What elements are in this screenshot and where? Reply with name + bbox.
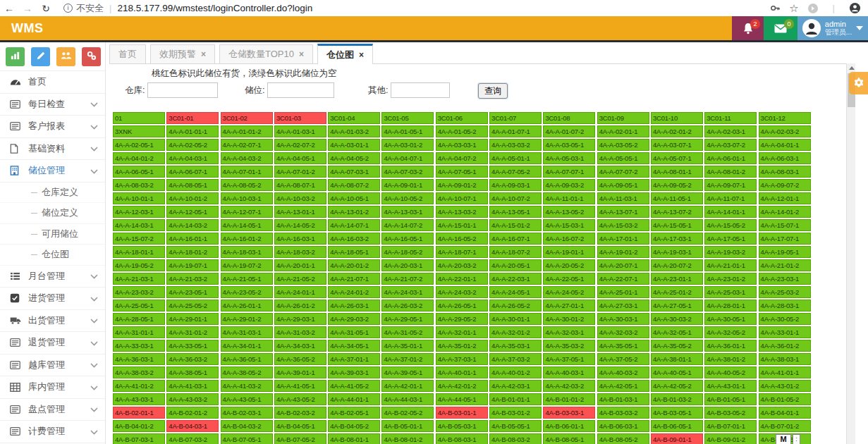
back-icon[interactable]: ← (0, 3, 18, 14)
storage-cell[interactable]: 4A-A-36-01-1 (704, 340, 757, 352)
storage-cell[interactable]: 4A-A-21-01-1 (704, 259, 757, 271)
storage-cell[interactable]: 4A-A-09-01-2 (436, 179, 488, 191)
storage-cell[interactable]: 4A-A-05-03-1 (543, 152, 595, 164)
storage-cell[interactable]: 4A-A-03-07-1 (651, 139, 703, 151)
storage-cell[interactable]: 4A-A-08-03-2 (113, 179, 165, 191)
ime-dots[interactable]: : (793, 434, 800, 444)
tab-close-icon[interactable]: × (299, 49, 304, 59)
ime-mode-label[interactable]: M (776, 434, 791, 444)
storage-cell[interactable]: 4A-A-11-05-1 (651, 192, 703, 204)
storage-cell[interactable]: 4A-A-25-03-2 (759, 286, 811, 298)
storage-cell[interactable]: 4A-A-09-03-1 (489, 179, 542, 191)
storage-cell[interactable]: 4A-A-21-03-1 (113, 273, 165, 285)
other-input[interactable] (391, 82, 450, 98)
storage-cell[interactable]: 4A-B-06-01-1 (543, 420, 595, 432)
storage-cell[interactable]: 4A-A-14-05-1 (221, 219, 273, 231)
storage-cell[interactable]: 4A-A-21-03-2 (166, 273, 219, 285)
storage-cell[interactable]: 4A-A-19-05-1 (759, 246, 811, 258)
storage-cell[interactable]: 4A-A-11-07-1 (704, 192, 757, 204)
storage-cell[interactable]: 4A-A-27-03-1 (597, 300, 649, 312)
storage-cell[interactable]: 4A-A-08-05-1 (166, 179, 219, 191)
storage-cell[interactable]: 4A-A-37-05-1 (543, 353, 595, 365)
storage-cell[interactable]: 4A-A-39-05-1 (381, 366, 434, 378)
storage-cell[interactable]: 4A-A-09-05-1 (597, 179, 649, 191)
users-button[interactable] (56, 47, 75, 66)
storage-cell[interactable]: 3C01-02 (221, 112, 273, 124)
storage-cell[interactable]: 4A-A-37-05-2 (597, 353, 649, 365)
storage-cell[interactable]: 4A-A-18-01-1 (113, 246, 165, 258)
storage-cell[interactable]: 4A-A-06-07-1 (166, 166, 219, 178)
storage-cell[interactable]: 4A-A-35-01-2 (436, 340, 488, 352)
storage-cell[interactable]: 4A-A-08-01-1 (651, 166, 703, 178)
storage-cell[interactable]: 4A-A-01-03-2 (328, 125, 380, 137)
sidebar-item-退货管理[interactable]: 退货管理 (0, 332, 105, 354)
storage-cell[interactable]: 4A-A-16-07-2 (543, 233, 595, 245)
storage-cell[interactable]: 4A-A-22-05-1 (543, 273, 595, 285)
storage-cell[interactable]: 4A-A-01-03-1 (274, 125, 326, 137)
storage-cell[interactable]: 4A-A-41-03-2 (221, 380, 273, 392)
storage-cell[interactable]: 4A-A-26-05-2 (489, 300, 542, 312)
storage-cell[interactable]: 4A-A-09-07-2 (759, 179, 811, 191)
storage-cell[interactable]: 4A-B-03-01-1 (436, 407, 488, 419)
storage-cell[interactable]: 4A-B-07-03-1 (113, 433, 165, 444)
tab-仓储数量TOP10[interactable]: 仓储数量TOP10× (219, 44, 313, 63)
storage-cell[interactable]: 4A-A-17-07-1 (759, 233, 811, 245)
storage-cell[interactable]: 4A-B-03-05-1 (651, 407, 703, 419)
storage-cell[interactable]: 4A-A-15-01-1 (436, 219, 488, 231)
storage-cell[interactable]: 4A-A-29-03-1 (274, 313, 326, 325)
storage-cell[interactable]: 4A-A-14-01-2 (759, 206, 811, 218)
tab-效期预警[interactable]: 效期预警× (150, 44, 215, 63)
storage-cell[interactable]: 4A-A-31-03-2 (274, 326, 326, 338)
storage-cell[interactable]: 4A-A-24-01-1 (274, 286, 326, 298)
settings-fab[interactable] (849, 72, 868, 94)
storage-cell[interactable]: 4A-A-41-01-1 (759, 366, 811, 378)
storage-cell[interactable]: 4A-A-23-05-2 (221, 286, 273, 298)
storage-cell[interactable]: 4A-A-31-01-1 (113, 326, 165, 338)
storage-cell[interactable]: 4A-B-02-03-1 (221, 407, 273, 419)
storage-cell[interactable]: 4A-A-13-07-1 (597, 206, 649, 218)
storage-cell[interactable]: 4A-B-07-03-2 (166, 433, 219, 444)
storage-cell[interactable]: 4A-A-35-03-1 (489, 340, 542, 352)
storage-cell[interactable]: 4A-A-08-03-1 (759, 166, 811, 178)
storage-cell[interactable]: 4A-B-02-01-1 (113, 407, 165, 419)
storage-cell[interactable]: 4A-A-25-01-2 (651, 286, 703, 298)
storage-cell[interactable]: 4A-A-26-05-1 (436, 300, 488, 312)
storage-cell[interactable]: 4A-A-23-01-2 (704, 273, 757, 285)
storage-cell[interactable]: 4A-A-42-03-2 (543, 380, 595, 392)
sidebar-item-库内管理[interactable]: 库内管理 (0, 376, 105, 399)
storage-cell[interactable]: 4A-A-04-07-2 (436, 152, 488, 164)
user-menu[interactable]: admin 管理员... (797, 16, 868, 40)
reload-icon[interactable]: ↻ (37, 3, 55, 14)
sidebar-subitem-仓库定义[interactable]: 仓库定义 (0, 183, 105, 204)
settings-button[interactable] (82, 47, 101, 66)
storage-cell[interactable]: 4A-A-08-07-1 (274, 179, 326, 191)
storage-cell[interactable]: 4A-A-25-03-1 (704, 286, 757, 298)
storage-cell[interactable]: 4A-A-13-05-2 (543, 206, 595, 218)
storage-cell[interactable]: 4A-B-01-05-2 (759, 393, 811, 405)
storage-cell[interactable]: 3C01-07 (489, 112, 542, 124)
storage-cell[interactable]: 4A-A-36-03-1 (113, 353, 165, 365)
tab-close-icon[interactable]: × (359, 50, 364, 60)
storage-cell[interactable]: 4A-A-19-07-2 (221, 259, 273, 271)
sidebar-item-每日检查[interactable]: 每日检查 (0, 94, 105, 116)
storage-cell[interactable]: 4A-A-24-05-2 (543, 286, 595, 298)
storage-cell[interactable]: 4A-A-40-01-2 (489, 366, 542, 378)
storage-cell[interactable]: 4A-A-40-03-1 (543, 366, 595, 378)
storage-cell[interactable]: 4A-B-06-05-1 (651, 420, 703, 432)
storage-cell[interactable]: 4A-A-40-01-1 (436, 366, 488, 378)
storage-cell[interactable]: 4A-A-16-05-2 (436, 233, 488, 245)
storage-cell[interactable]: 4A-A-37-01-1 (328, 353, 380, 365)
storage-cell[interactable]: 4A-A-02-01-1 (597, 125, 649, 137)
storage-cell[interactable]: 4A-A-23-01-1 (651, 273, 703, 285)
storage-cell[interactable]: 4A-B-02-05-1 (328, 407, 380, 419)
storage-cell[interactable]: 4A-A-16-03-2 (328, 233, 380, 245)
storage-cell[interactable]: 4A-B-04-01-2 (113, 420, 165, 432)
storage-cell[interactable]: 4A-B-05-01-1 (381, 420, 434, 432)
storage-cell[interactable]: 4A-A-37-03-2 (489, 353, 542, 365)
storage-cell[interactable]: 4A-B-07-01-2 (759, 420, 811, 432)
storage-cell[interactable]: 4A-A-44-01-1 (328, 393, 380, 405)
storage-cell[interactable]: 4A-A-09-07-1 (704, 179, 757, 191)
storage-cell[interactable]: 4A-A-19-01-1 (543, 246, 595, 258)
storage-cell[interactable]: 4A-A-14-07-1 (328, 219, 380, 231)
storage-cell[interactable]: 4A-A-12-03-1 (113, 206, 165, 218)
